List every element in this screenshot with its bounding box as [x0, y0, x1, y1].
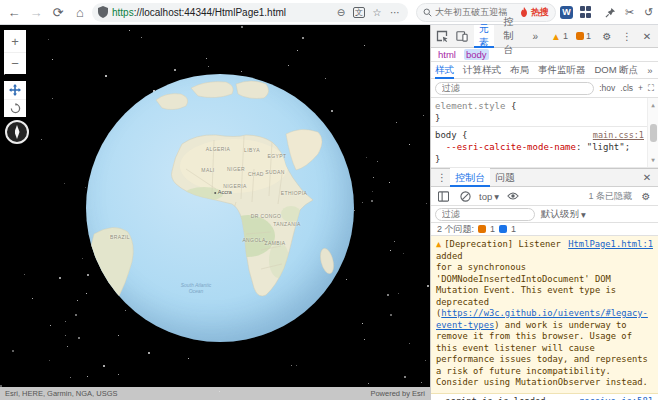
star [78, 337, 80, 339]
warning-source-link[interactable]: HtmlPage1.html:1 [568, 239, 653, 251]
rotate-tool-button[interactable] [4, 99, 26, 117]
undo-icon[interactable]: ↺ [640, 4, 657, 21]
back-button[interactable]: ← [4, 2, 24, 22]
devtools-close-icon[interactable]: ✕ [639, 28, 655, 44]
issue-count: 1 [586, 31, 591, 41]
scene-view[interactable]: ALGERIALIBYAEGYPTMALINIGERCHADSUDANNIGER… [0, 25, 430, 400]
compass-widget[interactable] [5, 120, 29, 144]
drawer-kebab-icon[interactable]: ⋮ [434, 170, 450, 186]
tab-styles[interactable]: 样式 [435, 62, 454, 79]
styles-filter-input[interactable] [435, 82, 594, 95]
console-toolbar: top ▾ 1 条已隐藏 ⚙ [431, 187, 658, 206]
issues-badge[interactable]: 1 [576, 31, 591, 41]
toggle-class[interactable]: .cls [620, 83, 633, 93]
star [288, 65, 289, 66]
map-attribution: Esri, HERE, Garmin, NGA, USGS Powered by… [0, 387, 430, 400]
search-icon [423, 8, 432, 17]
scroll-up-arrow[interactable]: ▲ [651, 99, 655, 111]
settings-gear-icon[interactable]: ⚙ [599, 28, 615, 44]
console-log-message[interactable]: receive.js:581 script.js is loaded [431, 394, 658, 400]
url-text[interactable]: https://localhost:44344/HtmlPage1.html [112, 7, 330, 18]
console-sidebar-icon[interactable] [435, 188, 451, 204]
console-filter-input[interactable] [435, 208, 535, 221]
tab-computed[interactable]: 计算样式 [463, 62, 501, 79]
deprecation-warning-message[interactable]: HtmlPage1.html:1 ▲[Deprecation] Listener… [431, 236, 658, 394]
toggle-hover-state[interactable]: :hov [599, 83, 615, 93]
tab-event-listeners[interactable]: 事件监听器 [538, 62, 586, 79]
caret-down-icon: ▾ [581, 209, 586, 220]
issues-summary-label: 2 个问题: [437, 223, 474, 236]
caret-down-icon: ▾ [494, 191, 499, 202]
more-actions-icon[interactable]: ⋯ [388, 7, 402, 18]
warning-icon: ▲ [436, 239, 441, 249]
tab-elements[interactable]: 元素 [474, 25, 494, 48]
star [364, 45, 365, 46]
screenshot-scissors-icon[interactable]: ✂ [621, 4, 638, 21]
drawer-close-icon[interactable]: ✕ [639, 170, 655, 186]
pan-tool-button[interactable] [4, 81, 26, 99]
tab-dom-breakpoints[interactable]: DOM 断点 [595, 62, 639, 79]
color-format-icon[interactable]: ⛶ [648, 83, 654, 94]
device-toolbar-icon[interactable] [454, 28, 470, 44]
hot-search-label[interactable]: 热搜 [531, 6, 549, 19]
devtools-kebab-icon[interactable]: ⋮ [619, 28, 635, 44]
live-expression-eye-icon[interactable] [505, 188, 521, 204]
new-style-rule-icon[interactable]: + [638, 83, 643, 93]
tab-layout[interactable]: 布局 [510, 62, 529, 79]
inspect-element-icon[interactable] [434, 28, 450, 44]
home-button[interactable]: ⌂ [70, 2, 90, 22]
log-source-link[interactable]: receive.js:581 [579, 396, 653, 400]
crumb-body[interactable]: body [464, 49, 489, 60]
w-logo: W [560, 6, 573, 19]
clear-console-icon[interactable] [457, 188, 473, 204]
star [387, 294, 389, 296]
tab-console[interactable]: 控制台 [498, 25, 523, 48]
frame-context-select[interactable]: top ▾ [479, 191, 499, 202]
css-property-name[interactable]: --esri-calcite-mode-name [446, 142, 576, 152]
scroll-down-arrow[interactable]: ▼ [651, 154, 655, 166]
tabs-more-chevron[interactable]: » [528, 25, 544, 48]
translate-icon[interactable]: 文 [353, 7, 365, 18]
console-settings-gear-icon[interactable]: ⚙ [638, 188, 654, 204]
star [403, 253, 404, 254]
warnings-badge[interactable]: ▲ 1 [551, 31, 568, 42]
star [366, 157, 367, 158]
sidebar-tabs-more[interactable]: » [647, 62, 652, 79]
warning-triangle-icon: ▲ [551, 31, 561, 42]
star [390, 250, 391, 251]
zoom-in-button[interactable]: + [4, 30, 26, 52]
styles-pane: element.style { } main.css:1 body { --es… [431, 98, 658, 168]
refresh-button[interactable]: ⟳ [48, 2, 68, 22]
scroll-thumb[interactable] [650, 124, 657, 142]
compass-needle-icon [15, 125, 20, 139]
drawer-tab-console[interactable]: 控制台 [450, 168, 490, 187]
styles-sidebar-tabs: 样式 计算样式 布局 事件监听器 DOM 断点 » [431, 62, 658, 79]
styles-scrollbar[interactable]: ▲ ▼ [647, 98, 658, 167]
star [372, 191, 373, 192]
element-style-selector: element.style [435, 101, 505, 111]
pin-collect-icon[interactable] [602, 4, 619, 21]
star [59, 277, 61, 279]
star [49, 360, 50, 361]
issues-summary-row[interactable]: 2 个问题: 1 1 [431, 223, 658, 236]
zoom-out-icon[interactable]: ⊖ [334, 7, 348, 18]
star [86, 293, 87, 294]
css-property-value[interactable]: "light"; [587, 142, 630, 152]
crumb-html[interactable]: html [436, 49, 458, 60]
body-style-rule[interactable]: main.css:1 body { --esri-calcite-mode-na… [431, 127, 658, 168]
bookmark-star-icon[interactable]: ☆ [370, 7, 384, 18]
forward-button[interactable]: → [26, 2, 46, 22]
apps-grid-icon[interactable] [577, 4, 594, 21]
css-source-link[interactable]: main.css:1 [593, 129, 644, 141]
hot-search-box[interactable]: 热搜 [416, 3, 556, 22]
log-levels-select[interactable]: 默认级别 ▾ [541, 208, 586, 221]
console-messages: HtmlPage1.html:1 ▲[Deprecation] Listener… [431, 236, 658, 400]
star [425, 360, 426, 361]
globe-canvas[interactable]: ALGERIALIBYAEGYPTMALINIGERCHADSUDANNIGER… [86, 74, 354, 342]
hidden-messages-note[interactable]: 1 条已隐藏 [588, 190, 632, 203]
zoom-out-button[interactable]: − [4, 52, 26, 74]
extension-w-icon[interactable]: W [558, 4, 575, 21]
element-style-rule[interactable]: element.style { } [431, 98, 658, 127]
address-bar[interactable]: https://localhost:44344/HtmlPage1.html ⊖… [92, 3, 408, 22]
drawer-tab-issues[interactable]: 问题 [490, 168, 520, 187]
